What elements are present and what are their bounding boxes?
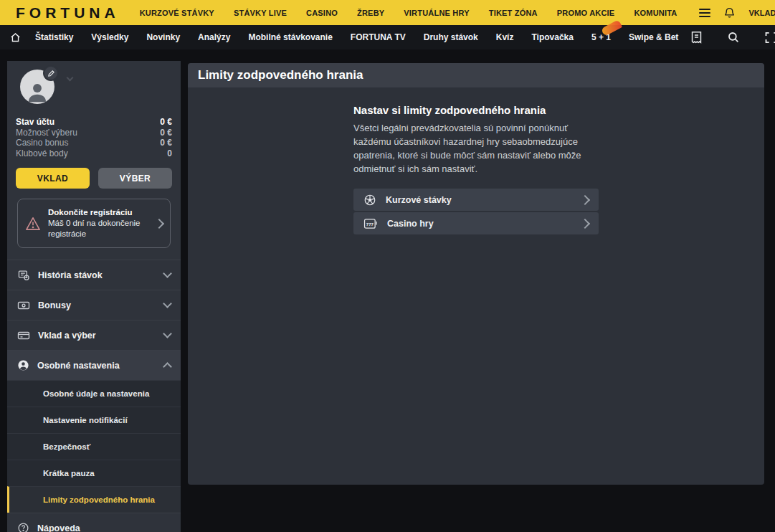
avatar-row: [16, 68, 172, 113]
balance-row: Možnosť výberu 0 €: [16, 128, 172, 138]
svg-text:777: 777: [366, 222, 374, 227]
registration-notice-text: Máš 0 dní na dokončenie registrácie: [48, 218, 148, 239]
chevron-down-icon: [163, 299, 172, 308]
warning-icon: [25, 217, 41, 231]
account-sidebar: Stav účtu 0 € Možnosť výberu 0 € Casino …: [7, 61, 181, 532]
bonus-icon: [17, 300, 30, 310]
search-icon[interactable]: [715, 31, 752, 44]
account-buttons: VKLAD VÝBER: [16, 168, 172, 189]
bet-history-icon: [17, 270, 30, 281]
nav-tiket-zona[interactable]: TIKET ZÓNA: [489, 9, 538, 17]
edit-pencil-icon[interactable]: [43, 65, 59, 81]
chevron-down-icon: [163, 269, 172, 278]
soccer-ball-icon: [363, 194, 376, 206]
page-title: Limity zodpovedného hrania: [188, 68, 363, 82]
wallet-icon: [17, 331, 30, 341]
person-circle-icon: [17, 359, 29, 371]
nav-promo-akcie[interactable]: PROMO AKCIE: [557, 9, 615, 17]
nav-druhy-stavok[interactable]: Druhy stávok: [424, 32, 478, 42]
nav-statistiky[interactable]: Štatistiky: [35, 32, 73, 42]
scan-icon[interactable]: [752, 32, 775, 44]
nav-kviz[interactable]: Kvíz: [496, 32, 514, 42]
chevron-right-icon: [154, 218, 164, 228]
nav-virtualne-hry[interactable]: VIRTUÁLNE HRY: [404, 9, 469, 17]
section-title: Nastav si limity zodpovedného hrania: [353, 104, 599, 116]
nav-vysledky[interactable]: Výsledky: [91, 32, 128, 42]
nav-kurzove-stavky[interactable]: KURZOVÉ STÁVKY: [140, 9, 214, 17]
sidebar-subitem-limity-zodpovedneho-hrania[interactable]: Limity zodpovedného hrania: [7, 486, 181, 513]
nav-mobilne-stavkovanie[interactable]: Mobilné stávkovanie: [248, 32, 332, 42]
sidebar-subitem-bezpecnost[interactable]: Bezpečnosť: [7, 433, 181, 460]
registration-notice[interactable]: Dokončite registráciu Máš 0 dní na dokon…: [17, 199, 171, 248]
nav-swipe-bet[interactable]: Swipe & Bet: [629, 32, 678, 42]
sidebar-subitem-osobne-udaje[interactable]: Osobné údaje a nastavenia: [7, 380, 181, 407]
secondary-bar: Štatistiky Výsledky Novinky Analýzy Mobi…: [0, 25, 775, 49]
chevron-right-icon: [580, 219, 590, 229]
nav-analyzy[interactable]: Analýzy: [198, 32, 230, 42]
balance-row: Stav účtu 0 €: [16, 117, 172, 128]
nav-novinky[interactable]: Novinky: [146, 32, 180, 42]
nav-tipovacka[interactable]: Tipovačka: [531, 32, 573, 42]
secondary-nav: Štatistiky Výsledky Novinky Analýzy Mobi…: [35, 32, 678, 42]
quick-deposit-link[interactable]: VKLAD: [748, 9, 775, 17]
fortuna-logo[interactable]: FORTUNA: [0, 4, 140, 22]
question-icon: [17, 522, 29, 532]
nav-casino[interactable]: CASINO: [306, 9, 338, 17]
top-bar-right: VKLAD 8888: [710, 0, 775, 25]
nav-stavky-live[interactable]: STÁVKY LIVE: [234, 9, 287, 17]
sidebar-item-osobne-nastavenia[interactable]: Osobné nastavenia: [7, 350, 181, 380]
chevron-down-icon: [163, 329, 172, 338]
slot-777-icon: 777: [363, 217, 378, 230]
top-nav: KURZOVÉ STÁVKY STÁVKY LIVE CASINO ŽREBY …: [140, 9, 711, 17]
account-summary: Stav účtu 0 € Možnosť výberu 0 € Casino …: [7, 61, 181, 248]
sidebar-item-historia-stavok[interactable]: História stávok: [7, 260, 181, 290]
balance-row: Klubové body 0: [16, 148, 172, 159]
registration-notice-title: Dokončite registráciu: [48, 207, 148, 218]
sidebar-item-vklad-a-vyber[interactable]: Vklad a výber: [7, 320, 181, 350]
nav-5plus1[interactable]: 5 + 1: [591, 32, 611, 42]
top-bar: FORTUNA KURZOVÉ STÁVKY STÁVKY LIVE CASIN…: [0, 0, 775, 25]
sidebar-item-bonusy[interactable]: Bonusy: [7, 290, 181, 320]
page-header: Limity zodpovedného hrania: [188, 63, 764, 87]
limit-categories: Kurzové stávky 777 Casino hry: [353, 189, 599, 234]
secondary-bar-right: 00:03:34: [678, 31, 775, 44]
withdraw-button[interactable]: VÝBER: [98, 168, 172, 189]
hamburger-icon[interactable]: [699, 9, 710, 17]
nav-fortuna-tv[interactable]: FORTUNA TV: [351, 32, 406, 42]
betslip-icon[interactable]: [678, 31, 715, 44]
deposit-button[interactable]: VKLAD: [16, 168, 90, 189]
limit-row-kurzove-stavky[interactable]: Kurzové stávky: [353, 189, 599, 211]
sidebar-subitem-notifikacie[interactable]: Nastavenie notifikácií: [7, 407, 181, 433]
limit-row-casino-hry[interactable]: 777 Casino hry: [353, 212, 599, 234]
home-icon[interactable]: [0, 32, 35, 43]
sidebar-subitem-kratka-pauza[interactable]: Krátka pauza: [7, 460, 181, 486]
nav-komunita[interactable]: KOMUNITA: [634, 9, 677, 17]
section-paragraph: Všetci legálni prevádzkovatelia sú povin…: [353, 122, 599, 176]
nav-zreby[interactable]: ŽREBY: [357, 9, 384, 17]
bell-icon[interactable]: [710, 6, 748, 19]
chevron-down-icon[interactable]: [67, 75, 74, 82]
chevron-up-icon: [163, 362, 172, 371]
balance-row: Casino bonus 0 €: [16, 138, 172, 148]
balance-rows: Stav účtu 0 € Možnosť výberu 0 € Casino …: [16, 117, 172, 158]
sidebar-item-napoveda[interactable]: Nápoveda: [7, 513, 181, 532]
page-content: Nastav si limity zodpovedného hrania Vše…: [188, 87, 764, 485]
chevron-right-icon: [580, 195, 590, 205]
